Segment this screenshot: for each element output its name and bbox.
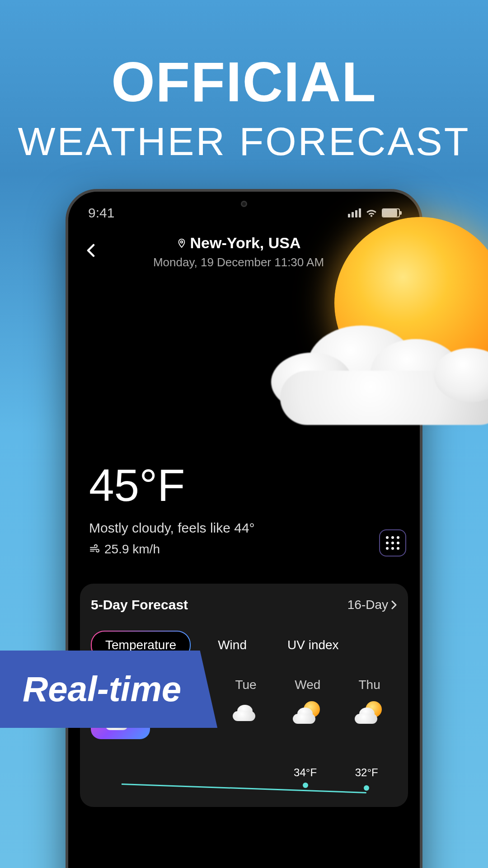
forecast-title: 5-Day Forecast bbox=[91, 597, 188, 613]
temperature-chart: 34°F 32°F bbox=[91, 766, 397, 793]
grid-menu-button[interactable] bbox=[379, 529, 406, 557]
realtime-badge-label: Real-time bbox=[23, 669, 181, 709]
chevron-right-icon bbox=[391, 600, 397, 609]
sun-cloud-graphic bbox=[280, 217, 488, 425]
day-thu[interactable]: Thu bbox=[342, 678, 397, 739]
day-tue[interactable]: Tue bbox=[218, 678, 274, 739]
back-button[interactable] bbox=[82, 238, 100, 266]
extended-forecast-link[interactable]: 16-Day bbox=[347, 598, 397, 612]
promo-heading: OFFICIAL WEATHER FORECAST bbox=[0, 0, 488, 165]
tab-wind[interactable]: Wind bbox=[204, 632, 260, 659]
day-label: Thu bbox=[342, 678, 397, 692]
realtime-badge: Real-time bbox=[0, 651, 217, 728]
cloudy-icon bbox=[230, 701, 262, 724]
cellular-signal-icon bbox=[348, 208, 361, 217]
day-wed[interactable]: Wed bbox=[280, 678, 335, 739]
promo-line-1: OFFICIAL bbox=[0, 50, 488, 114]
current-condition: Mostly cloudy, feels like 44° bbox=[89, 520, 399, 536]
promo-line-2: WEATHER FORECAST bbox=[0, 118, 488, 165]
extended-forecast-label: 16-Day bbox=[347, 598, 388, 612]
svg-point-0 bbox=[180, 241, 183, 243]
wind-icon bbox=[89, 544, 100, 555]
wind-speed: 25.9 km/h bbox=[104, 542, 160, 557]
current-weather-block: 45°F Mostly cloudy, feels like 44° 25.9 … bbox=[80, 459, 408, 557]
day-label: Tue bbox=[218, 678, 274, 692]
day-label: Wed bbox=[280, 678, 335, 692]
location-pin-icon bbox=[177, 238, 187, 248]
partly-cloudy-icon bbox=[354, 701, 385, 724]
battery-icon bbox=[382, 208, 400, 217]
tab-uv-index[interactable]: UV index bbox=[274, 632, 352, 659]
partly-cloudy-icon bbox=[292, 701, 324, 724]
current-temperature: 45°F bbox=[89, 459, 399, 511]
temp-high: 32°F bbox=[355, 766, 378, 778]
front-camera-icon bbox=[241, 201, 247, 207]
status-time: 9:41 bbox=[88, 205, 114, 221]
temp-high: 34°F bbox=[294, 766, 317, 778]
